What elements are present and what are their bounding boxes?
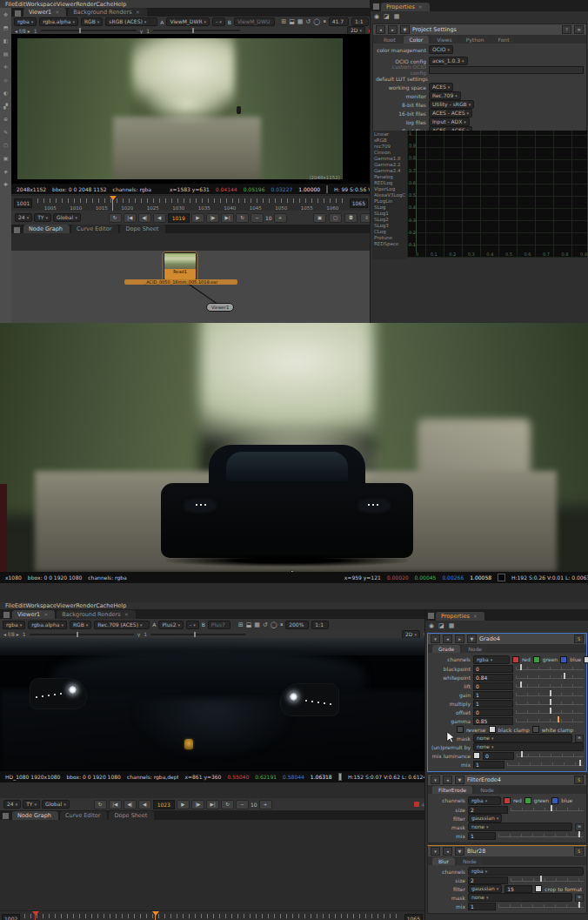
transport-button[interactable]: ◀|: [124, 800, 137, 809]
project-settings-header[interactable]: ◂ ▸ ▼ Project Settings ? ≡: [373, 24, 586, 35]
lock-icon[interactable]: ◪: [438, 622, 444, 629]
close-icon[interactable]: ×: [43, 611, 48, 617]
tab-node-graph[interactable]: Node Graph: [23, 225, 70, 233]
offset-input[interactable]: 0: [473, 708, 513, 716]
close-icon[interactable]: ×: [124, 611, 129, 617]
zoom-level[interactable]: 200%: [285, 621, 309, 629]
pane-menu-icon[interactable]: [2, 812, 10, 820]
record-icon[interactable]: [414, 802, 419, 807]
red-checkbox[interactable]: [504, 797, 511, 804]
toolbar-icon[interactable]: ⬡: [0, 138, 11, 151]
pin-icon[interactable]: ◉: [429, 622, 434, 629]
gain-slider[interactable]: [41, 30, 137, 31]
tab-root[interactable]: Root: [378, 36, 402, 44]
colorspace-item[interactable]: SLog3: [374, 223, 405, 229]
logfiles-dropdown[interactable]: Input - ADX: [429, 118, 470, 126]
reload-button[interactable]: ↻: [94, 800, 107, 809]
channels-dropdown[interactable]: rgba: [468, 796, 501, 805]
current-frame[interactable]: 1023: [153, 800, 175, 809]
toolbar-icon[interactable]: ✎: [0, 125, 11, 138]
menu-item[interactable]: Viewer: [57, 1, 76, 8]
center-icon[interactable]: ▼: [455, 776, 464, 784]
blur28-header[interactable]: ▾ ◂ ▼ Blur28 S: [428, 846, 586, 856]
tab-background-renders[interactable]: Background Renders×: [57, 610, 135, 619]
toolbar-icon[interactable]: ✥: [0, 8, 11, 21]
transport-button[interactable]: |▶: [191, 800, 204, 809]
gain-input[interactable]: 1: [473, 691, 513, 699]
ty-dropdown[interactable]: TY: [23, 800, 40, 809]
toolbar-icon[interactable]: ✚: [0, 178, 11, 191]
colorspace-item[interactable]: Cineon: [374, 150, 405, 156]
white-clamp-checkbox[interactable]: [532, 726, 539, 733]
viewer-tool-icon[interactable]: ▦: [254, 621, 260, 628]
wipe-dropdown[interactable]: -: [212, 17, 225, 26]
mask-dropdown[interactable]: none: [468, 893, 572, 902]
wipe-dropdown[interactable]: -: [186, 621, 199, 629]
toolbar-icon[interactable]: ⬒: [0, 21, 11, 34]
mixlum-checkbox[interactable]: [473, 752, 480, 759]
gain-value[interactable]: 1: [34, 28, 37, 34]
green-checkbox[interactable]: [533, 656, 540, 663]
range-start[interactable]: 1002: [2, 914, 20, 920]
grade4-header[interactable]: ▾ ◂ ▸ ▼ Grade4 S: [428, 634, 586, 644]
viewer-tool-icon[interactable]: ◯: [271, 621, 277, 628]
transport-button[interactable]: ◀: [153, 213, 166, 223]
close-icon[interactable]: ×: [55, 9, 59, 15]
mixlum-input[interactable]: 0: [483, 752, 514, 760]
menu-item[interactable]: Workspace: [25, 602, 57, 609]
center-icon[interactable]: ▼: [467, 635, 477, 643]
colorspace-item[interactable]: PLogLin: [374, 198, 405, 205]
step-plus-button[interactable]: +: [259, 800, 272, 809]
range-end[interactable]: 1065: [404, 914, 423, 920]
menu-item[interactable]: Viewer: [57, 602, 76, 609]
fps-dropdown[interactable]: 24: [15, 213, 32, 222]
range-mode-dropdown[interactable]: Global: [53, 213, 81, 222]
tab-blur[interactable]: Blur: [432, 857, 455, 865]
blackpoint-input[interactable]: 0: [473, 665, 513, 673]
range-end[interactable]: 1065: [350, 198, 368, 208]
current-frame[interactable]: 1019: [168, 213, 190, 223]
colorspace-item[interactable]: rec709: [374, 144, 405, 150]
sticky-icon[interactable]: S: [574, 776, 584, 784]
close-icon[interactable]: ×: [418, 3, 423, 10]
timeline-right-icon[interactable]: ◘: [344, 213, 357, 223]
mixlum-slider[interactable]: [517, 754, 584, 757]
lock-icon[interactable]: ◪: [384, 13, 390, 20]
left-arrow-icon[interactable]: ◂: [443, 847, 452, 856]
tab-background-renders[interactable]: Background Renders×: [68, 8, 146, 17]
tab-dope-sheet[interactable]: Dope Sheet: [120, 225, 165, 233]
menu-item[interactable]: File: [5, 602, 15, 609]
tab-viewer1[interactable]: Viewer1×: [23, 8, 66, 17]
playhead[interactable]: [112, 197, 113, 211]
menu-item[interactable]: Edit: [15, 602, 26, 609]
colorspace-item[interactable]: SLog: [374, 205, 405, 211]
reload-button[interactable]: ↻: [109, 213, 122, 223]
color-management-dropdown[interactable]: OCIO: [429, 45, 453, 54]
reverse-checkbox[interactable]: [457, 726, 464, 733]
tab-node[interactable]: Node: [474, 786, 500, 794]
color-icon[interactable]: ▾: [431, 635, 440, 643]
viewer-tool-icon[interactable]: ⏸: [280, 621, 284, 628]
toolbar-icon[interactable]: ✛: [0, 60, 11, 73]
viewer-tool-icon[interactable]: ↺: [263, 621, 268, 628]
gain-slider[interactable]: [516, 693, 584, 696]
menu-icon[interactable]: ≡: [574, 25, 584, 34]
timeline-right-icon[interactable]: ▢: [329, 213, 342, 223]
gamma-input[interactable]: 0.85: [473, 717, 513, 725]
tab-properties[interactable]: Properties×: [381, 3, 430, 11]
menu-item[interactable]: File: [5, 1, 15, 8]
range-start[interactable]: 1001: [14, 198, 32, 208]
mask-invert-icon[interactable]: ⊟: [575, 894, 584, 902]
unpremult-dropdown[interactable]: none: [473, 742, 584, 751]
left-arrow-icon[interactable]: ◂: [443, 776, 452, 784]
colorspace-item[interactable]: Linear: [374, 131, 405, 138]
toolbar-icon[interactable]: ◈: [0, 165, 11, 178]
gamma-value[interactable]: 1: [146, 28, 150, 34]
input-b-dropdown[interactable]: ViewM_DWU: [234, 17, 275, 26]
toolbar-icon[interactable]: ◧: [0, 34, 11, 47]
sticky-icon[interactable]: S: [574, 847, 584, 856]
colorspace-item[interactable]: sRGB: [374, 138, 405, 144]
input-a-dropdown[interactable]: Plus2: [158, 621, 184, 629]
zoom-level[interactable]: 41.7: [329, 17, 349, 26]
colorspace-list[interactable]: LinearsRGBrec709CineonGamma1.8Gamma2.2Ga…: [372, 131, 407, 259]
